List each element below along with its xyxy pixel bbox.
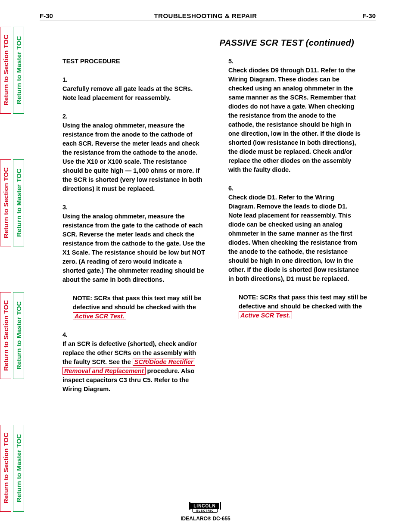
header-rule — [40, 21, 376, 21]
step-num: 2. — [62, 112, 73, 121]
return-master-toc-3[interactable]: Return to Master TOC — [13, 292, 24, 379]
scr-diode-rectifier-link-b[interactable]: Removal and Replacement — [62, 367, 146, 375]
note-heading: NOTE: — [239, 294, 258, 301]
footer-model: IDEALARC® DC-655 — [181, 516, 230, 522]
test-name: PASSIVE SCR TEST — [220, 38, 303, 47]
step-text: Check diode D1. Refer to the Wiring Diag… — [228, 193, 363, 283]
svg-rect-1 — [189, 502, 190, 510]
note-heading: NOTE: — [73, 295, 92, 302]
page-code-right: F-30 — [362, 12, 376, 19]
active-scr-test-link[interactable]: Active SCR Test. — [239, 311, 292, 319]
step-text: Check diodes D9 through D11. Refer to th… — [228, 66, 363, 174]
step-num: 4. — [62, 330, 73, 339]
step-num: 5. — [228, 57, 239, 66]
step-text: Carefully remove all gate leads at the S… — [62, 84, 206, 103]
procedure-heading: TEST PROCEDURE — [62, 57, 218, 66]
step-text: Using the analog ohmmeter, measure the r… — [62, 121, 206, 193]
step-num: 6. — [228, 184, 239, 193]
step-num: 3. — [62, 203, 73, 212]
logo-bottom-text: ELECTRIC — [196, 509, 214, 512]
return-section-toc-1[interactable]: Return to Section TOC — [0, 27, 11, 114]
step-1: 1. Carefully remove all gate leads at th… — [62, 75, 218, 103]
subtitle: PASSIVE SCR TEST (continued) — [220, 38, 355, 48]
note-body: SCRs that pass this test may still be de… — [239, 294, 367, 310]
right-column: 5. Check diodes D9 through D11. Refer to… — [228, 57, 375, 330]
page-title: TROUBLESHOOTING & REPAIR — [154, 12, 257, 19]
continued-label: (continued) — [306, 38, 354, 47]
return-section-toc-3[interactable]: Return to Section TOC — [0, 292, 11, 379]
active-scr-test-link[interactable]: Active SCR Test. — [73, 312, 126, 320]
return-master-toc-1[interactable]: Return to Master TOC — [13, 27, 24, 114]
note-block-right: NOTE: SCRs that pass this test may still… — [228, 293, 375, 320]
step-6: 6. Check diode D1. Refer to the Wiring D… — [228, 184, 375, 283]
note-body: SCRs that pass this test may still be de… — [73, 295, 201, 311]
return-section-toc-4[interactable]: Return to Section TOC — [0, 425, 11, 512]
return-master-toc-4[interactable]: Return to Master TOC — [13, 425, 24, 512]
return-section-toc-2[interactable]: Return to Section TOC — [0, 159, 11, 246]
left-column: TEST PROCEDURE 1. Carefully remove all g… — [62, 57, 218, 404]
page: Return to Section TOC Return to Master T… — [0, 0, 411, 532]
page-code-left: F-30 — [40, 12, 53, 19]
scr-diode-rectifier-link-a[interactable]: SCR/Diode Rectifier — [133, 358, 195, 366]
step-num: 1. — [62, 75, 73, 84]
return-master-toc-2[interactable]: Return to Master TOC — [13, 159, 24, 246]
lincoln-electric-logo: LINCOLN ELECTRIC — [188, 502, 223, 515]
svg-rect-2 — [220, 502, 221, 510]
note-block: NOTE: SCRs that pass this test may still… — [62, 294, 218, 321]
step-2: 2. Using the analog ohmmeter, measure th… — [62, 112, 218, 193]
step-5: 5. Check diodes D9 through D11. Refer to… — [228, 57, 375, 174]
logo-top-text: LINCOLN — [193, 504, 215, 508]
step-text: Using the analog ohmmeter, measure the r… — [62, 212, 206, 284]
step-3: 3. Using the analog ohmmeter, measure th… — [62, 203, 218, 284]
step-4: 4. If an SCR is defective (shorted), che… — [62, 330, 218, 394]
step-text: If an SCR is defective (shorted), check … — [62, 339, 206, 394]
